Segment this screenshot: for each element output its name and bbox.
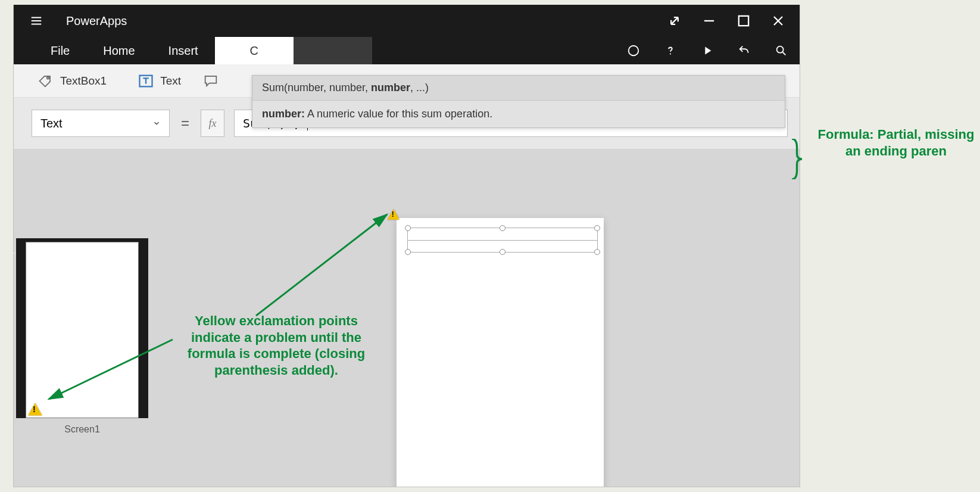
tooltip-description: number: A numeric value for this sum ope… <box>252 101 785 127</box>
app-window: PowerApps File Home Insert C <box>13 5 800 487</box>
expand-icon <box>666 13 683 29</box>
annotation-warning: Yellow exclamation points indicate a pro… <box>169 313 383 378</box>
minimize-button[interactable] <box>701 13 717 29</box>
comment-icon <box>202 73 219 89</box>
warning-icon <box>28 403 42 416</box>
toolbar-right <box>627 37 788 64</box>
screen-thumbnail[interactable] <box>26 242 139 418</box>
text-icon <box>138 73 154 89</box>
svg-point-3 <box>777 46 784 53</box>
tooltip-signature: Sum(number, number, number, ...) <box>252 76 785 101</box>
property-selector[interactable]: Text <box>32 110 170 137</box>
workspace: ... Screen1 <box>14 149 800 487</box>
maximize-icon <box>735 13 752 29</box>
play-icon[interactable] <box>701 44 714 57</box>
tag-icon <box>38 73 54 89</box>
resize-handle[interactable] <box>500 249 505 255</box>
textbox-selection[interactable] <box>407 228 598 253</box>
property-selector-value: Text <box>40 117 63 130</box>
svg-rect-0 <box>739 16 748 26</box>
close-icon <box>770 13 787 29</box>
chevron-down-icon <box>152 119 161 127</box>
tab-next[interactable] <box>294 37 372 64</box>
tab-active[interactable]: C <box>215 37 294 64</box>
equals-sign: = <box>179 115 191 132</box>
tab-file[interactable]: File <box>34 37 86 64</box>
search-icon[interactable] <box>775 44 788 57</box>
resize-handle[interactable] <box>500 225 505 231</box>
resize-handle[interactable] <box>594 249 600 255</box>
control-name-label: TextBox1 <box>60 74 107 88</box>
info-icon[interactable] <box>627 44 640 57</box>
minimize-icon <box>701 13 717 29</box>
close-button[interactable] <box>770 13 787 29</box>
resize-handle[interactable] <box>405 225 411 231</box>
window-controls <box>666 13 792 29</box>
maximize-button[interactable] <box>735 13 752 29</box>
tab-home[interactable]: Home <box>86 37 151 64</box>
menu-tabs: File Home Insert C <box>14 37 800 64</box>
screens-panel: ... Screen1 <box>16 238 148 437</box>
hamburger-icon <box>30 14 43 27</box>
text-property-group[interactable]: Text <box>138 73 181 89</box>
expand-button[interactable] <box>666 13 683 29</box>
resize-handle[interactable] <box>405 249 411 255</box>
resize-handle[interactable] <box>594 225 600 231</box>
screen-label: Screen1 <box>16 418 148 437</box>
comment-group[interactable] <box>202 73 219 89</box>
intellisense-tooltip: Sum(number, number, number, ...) number:… <box>252 75 785 128</box>
annotation-formula: Formula: Partial, missing an ending pare… <box>816 126 976 159</box>
undo-icon[interactable] <box>738 44 751 57</box>
control-name-group[interactable]: TextBox1 <box>38 73 107 89</box>
tab-insert[interactable]: Insert <box>152 37 215 64</box>
title-bar: PowerApps <box>14 5 800 37</box>
text-property-label: Text <box>160 74 181 88</box>
design-canvas[interactable] <box>397 218 604 487</box>
help-icon[interactable] <box>664 44 677 57</box>
svg-point-2 <box>670 53 671 54</box>
app-title: PowerApps <box>66 14 127 28</box>
warning-icon <box>388 209 400 220</box>
hamburger-menu-button[interactable] <box>24 9 48 33</box>
brace-icon <box>784 139 807 179</box>
screen-more-button[interactable]: ... <box>13 244 15 257</box>
svg-point-1 <box>629 46 639 56</box>
fx-label: fx <box>201 110 224 137</box>
